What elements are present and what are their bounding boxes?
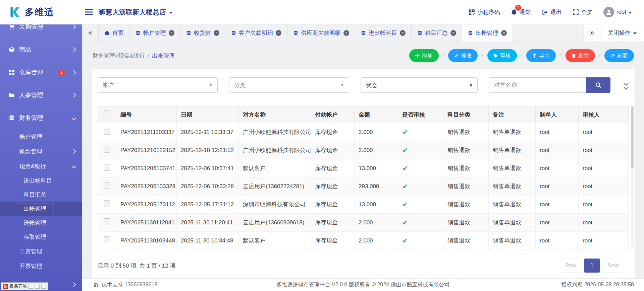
cell-auditor: root <box>579 214 629 232</box>
category-filter-dropdown[interactable]: 分类 ▼ <box>229 77 349 93</box>
tab[interactable]: 供应商欠款明细 × <box>287 24 355 42</box>
row-checkbox[interactable] <box>104 164 110 171</box>
sidebar-item-invoice[interactable]: 开票管理 <box>0 259 82 273</box>
tab[interactable]: 收货款 × <box>180 24 225 42</box>
row-checkbox[interactable] <box>104 146 110 153</box>
counterparty-input[interactable] <box>489 77 586 93</box>
sidebar-item-warehouse[interactable]: 仓库管理 1 <box>0 61 82 84</box>
chevron-down-icon <box>629 12 632 14</box>
column-header-date: 日期 <box>177 106 239 123</box>
database-icon <box>136 30 141 35</box>
search-button[interactable] <box>586 77 610 93</box>
cell-date: 2025-11-30 10:34:48 <box>177 232 239 250</box>
tab[interactable]: 帐户管理 × <box>130 24 180 42</box>
logout-icon <box>542 9 548 15</box>
delete-button[interactable]: 删除 <box>566 49 595 62</box>
table-row: PAY20251205173112 2025-12-05 17:31:12 深圳… <box>98 196 629 214</box>
current-page-button[interactable]: 1 <box>584 259 600 273</box>
notifications-button[interactable]: 1 通知 <box>511 8 531 16</box>
column-header-auditor: 审核人 <box>579 106 629 123</box>
tabs-scroll-right-button[interactable]: » <box>584 24 600 42</box>
sidebar-item-account-mgmt[interactable]: 帐户管理 <box>0 129 82 144</box>
table-row: PAY20251210122152 2025-12-10 12:21:52 广州… <box>98 141 629 159</box>
ime-button[interactable] <box>41 284 46 289</box>
sidebar-item-purchase[interactable]: 采购管理 <box>0 24 82 38</box>
chevron-right-icon <box>71 282 76 287</box>
fullscreen-icon <box>573 9 579 15</box>
status-filter-select[interactable]: 状态 ▲▼ <box>361 77 478 93</box>
ime-toolbar[interactable]: 极 极品五笔 <box>1 282 48 290</box>
add-button[interactable]: 添加 <box>409 49 439 62</box>
export-button[interactable]: 导出 <box>526 49 556 62</box>
cell-auditor: root <box>579 232 629 250</box>
sidebar-item-outgoing-payment[interactable]: 出帐管理 <box>0 202 82 216</box>
database-icon <box>186 30 191 35</box>
sidebar-item-goods[interactable]: 商品 <box>0 38 82 61</box>
row-checkbox[interactable] <box>104 128 110 135</box>
cell-amount: 13.000 <box>355 159 398 177</box>
tab-close-icon[interactable]: × <box>400 30 406 36</box>
mini-program-qr-button[interactable]: 小程序码 <box>469 8 500 16</box>
ime-button[interactable] <box>35 284 40 289</box>
sidebar-item-deposit-withdraw[interactable]: 存取管理 <box>0 230 82 244</box>
sidebar-item-cash-bank[interactable]: 现金&银行 <box>0 159 82 173</box>
prev-page-button[interactable]: Prev <box>561 259 581 273</box>
tab[interactable]: 客户欠款明细 × <box>225 24 287 42</box>
refresh-button[interactable]: 刷新 <box>604 49 634 62</box>
tab[interactable]: 出帐管理 × <box>462 24 513 42</box>
close-operations-dropdown[interactable]: 关闭操作 <box>600 24 644 42</box>
cell-counterparty: 云店用户(13602724281) <box>239 177 311 196</box>
column-header-no: 编号 <box>116 106 177 123</box>
collapse-filters-icon[interactable] <box>624 81 629 89</box>
tab-close-icon[interactable]: × <box>169 30 174 36</box>
scrollbar-thumb[interactable] <box>631 106 634 168</box>
cell-date: 2025-12-11 10:33:37 <box>177 123 239 141</box>
cell-category: 销售退款 <box>443 232 489 250</box>
tab-home[interactable]: 首页 <box>99 24 130 42</box>
audited-check-icon: ✔ <box>398 123 443 141</box>
tab-label: 首页 <box>112 29 124 37</box>
tab-bar: « 首页 帐户管理 × 收货款 × 客户欠款明细 × 供应商欠款明细 × 进出帐… <box>82 24 644 42</box>
database-icon <box>361 30 366 35</box>
tab-close-icon[interactable]: × <box>214 30 219 36</box>
ime-button[interactable] <box>29 284 33 289</box>
sidebar-item-finance[interactable]: 财务管理 <box>0 106 82 129</box>
audited-check-icon: ✔ <box>398 214 443 232</box>
cell-category: 销售退款 <box>443 159 489 177</box>
edit-button[interactable]: 修改 <box>448 49 478 62</box>
cell-account: 库存现金 <box>311 232 355 250</box>
sidebar-item-bills-mgmt[interactable]: 帐款管理 <box>0 144 82 159</box>
select-all-checkbox[interactable] <box>104 111 110 117</box>
tab-close-icon[interactable]: × <box>343 30 349 36</box>
sidebar-item-salary[interactable]: 工资管理 <box>0 244 82 259</box>
row-checkbox[interactable] <box>104 200 110 207</box>
logout-button[interactable]: 退出 <box>542 8 562 16</box>
sidebar-item-incoming-payment[interactable]: 进帐管理 <box>0 216 82 230</box>
tab[interactable]: 进出帐科目 × <box>355 24 412 42</box>
sidebar-item-subject-summary[interactable]: 科目汇总 <box>0 188 82 202</box>
row-checkbox[interactable] <box>104 182 110 189</box>
chevron-right-icon <box>71 47 76 52</box>
menu-toggle-icon[interactable] <box>85 9 93 15</box>
row-checkbox[interactable] <box>104 236 110 243</box>
tab-close-icon[interactable]: × <box>450 30 456 36</box>
tab-close-icon[interactable]: × <box>276 30 281 36</box>
tab-close-icon[interactable]: × <box>501 30 507 36</box>
home-icon <box>104 30 110 35</box>
row-checkbox[interactable] <box>104 218 110 225</box>
cell-no: PAY20251205173112 <box>116 196 177 214</box>
store-selector[interactable]: 狮慧大沥联新大楼总店 <box>99 8 172 17</box>
cell-remark: 销售单退款 <box>489 123 536 141</box>
tab[interactable]: 科目汇总 × <box>412 24 462 42</box>
header-nav: 小程序码 1 通知 退出 全屏 root <box>469 7 644 17</box>
sidebar-item-hr[interactable]: 人事管理 <box>0 84 82 106</box>
next-page-button[interactable]: Next <box>603 259 623 273</box>
fullscreen-button[interactable]: 全屏 <box>573 8 593 16</box>
user-menu[interactable]: root <box>603 7 632 17</box>
sidebar-item-inout-subjects[interactable]: 进出帐科目 <box>0 173 82 188</box>
account-filter-dropdown[interactable]: 帐户 ▼ <box>98 77 218 93</box>
database-icon <box>293 30 298 35</box>
cell-no: PAY20251206103741 <box>116 159 177 177</box>
tabs-scroll-left-button[interactable]: « <box>82 24 99 42</box>
audit-button[interactable]: 审核 <box>487 49 517 62</box>
